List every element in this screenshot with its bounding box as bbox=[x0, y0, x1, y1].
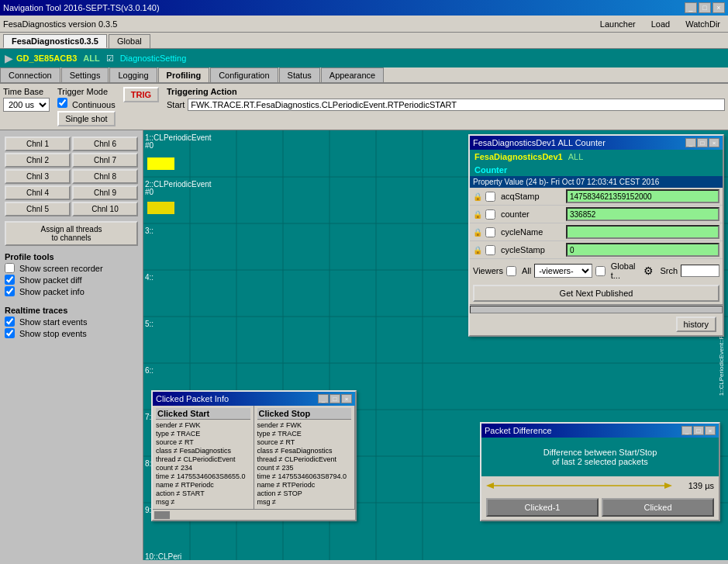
tab-settings[interactable]: Settings bbox=[61, 67, 109, 82]
clicked-start-col: Clicked Start sender ≠ FWK type ≠ TRACE … bbox=[153, 406, 254, 509]
tab-logging[interactable]: Logging bbox=[109, 67, 157, 82]
diff-description: Difference between Start/Stop of last 2 … bbox=[481, 438, 719, 476]
diff-close[interactable]: × bbox=[705, 426, 716, 435]
cyclestamp-checkbox[interactable] bbox=[485, 245, 495, 255]
channel-5-btn[interactable]: Chnl 5 bbox=[5, 202, 71, 216]
start-label: Start bbox=[167, 100, 185, 109]
packet-diff-window: Packet Difference _ □ × Difference betwe… bbox=[480, 422, 720, 521]
watchdir-menu[interactable]: WatchDir bbox=[681, 18, 725, 30]
maximize-button[interactable]: □ bbox=[699, 2, 711, 13]
profile-tools: Profile tools Show screen recorder Show … bbox=[3, 247, 140, 301]
launcher-menu[interactable]: Launcher bbox=[595, 18, 640, 30]
gear-icon[interactable]: ⚙ bbox=[643, 265, 654, 277]
diff-buttons: Clicked-1 Clicked bbox=[481, 495, 719, 520]
counter-minimize[interactable]: _ bbox=[685, 138, 696, 147]
show-start-events-checkbox[interactable]: Show start events bbox=[5, 317, 138, 327]
clicked-minus-1-button[interactable]: Clicked-1 bbox=[486, 498, 599, 517]
tab-fesa[interactable]: FesaDiagnostics0.3.5 bbox=[3, 34, 107, 48]
diff-maximize[interactable]: □ bbox=[693, 426, 704, 435]
get-next-published-button[interactable]: Get Next Published bbox=[473, 285, 719, 302]
counter-close[interactable]: × bbox=[709, 138, 719, 147]
time-base-select[interactable]: 200 us bbox=[3, 98, 50, 112]
packet-close[interactable]: × bbox=[341, 394, 352, 403]
show-packet-info-checkbox[interactable]: Show packet info bbox=[5, 286, 138, 296]
acqstamp-checkbox[interactable] bbox=[485, 192, 495, 202]
svg-marker-15 bbox=[664, 483, 672, 489]
acqstamp-input[interactable] bbox=[566, 189, 719, 203]
app-version-label: FesaDiagnostics version 0.3.5 bbox=[3, 19, 117, 29]
row-2-label: 2::CLPeriodicEvent bbox=[145, 180, 212, 189]
scroll-track[interactable] bbox=[470, 306, 723, 313]
counter-device: FesaDiagnosticsDev1 bbox=[474, 152, 563, 161]
clicked-start-header: Clicked Start bbox=[156, 408, 250, 420]
continuous-checkbox[interactable]: Continuous bbox=[57, 98, 116, 109]
main-container: ▶ GD_3E85ACB3 ALL ☑ DiagnosticSetting Co… bbox=[0, 49, 728, 560]
diff-title: Packet Difference bbox=[485, 426, 552, 435]
scale-value: 139 µs bbox=[688, 481, 714, 490]
viewers-label: Viewers bbox=[473, 266, 503, 275]
counter-input[interactable] bbox=[566, 207, 719, 221]
channel-4-btn[interactable]: Chnl 4 bbox=[5, 185, 71, 200]
collapse-icon[interactable]: ▶ bbox=[5, 52, 13, 64]
property-row-cyclename: 🔒 cycleName bbox=[470, 223, 723, 241]
trigger-mode-group: Trigger Mode Continuous Single shot bbox=[57, 87, 116, 126]
counter-subtab[interactable]: Counter bbox=[474, 165, 507, 175]
counter-title: FesaDiagnosticsDev1 ALL Counter bbox=[473, 138, 606, 147]
tab-configuration[interactable]: Configuration bbox=[210, 67, 278, 82]
assign-all-threads-button[interactable]: Assign all threadsto channels bbox=[5, 221, 138, 246]
close-button[interactable]: × bbox=[712, 2, 725, 13]
packet-scroll[interactable] bbox=[153, 509, 355, 520]
channel-9-btn[interactable]: Chnl 9 bbox=[72, 185, 138, 200]
time-base-label: Time Base bbox=[3, 87, 50, 96]
history-button[interactable]: history bbox=[676, 317, 716, 332]
viewers-select[interactable]: -viewers- bbox=[534, 264, 592, 278]
minimize-button[interactable]: _ bbox=[685, 2, 697, 13]
tab-connection[interactable]: Connection bbox=[0, 67, 60, 82]
property-row-acqstamp: 🔒 acqStamp bbox=[470, 188, 723, 206]
tab-global[interactable]: Global bbox=[109, 34, 150, 48]
counter-maximize[interactable]: □ bbox=[697, 138, 708, 147]
show-screen-recorder-checkbox[interactable]: Show screen recorder bbox=[5, 263, 138, 273]
counter-title-bar: FesaDiagnosticsDev1 ALL Counter _ □ × bbox=[470, 136, 723, 150]
clicked-stop-header: Clicked Stop bbox=[257, 408, 352, 420]
device-header: ▶ GD_3E85ACB3 ALL ☑ DiagnosticSetting bbox=[0, 49, 728, 67]
start-input[interactable] bbox=[188, 99, 725, 111]
content-area: Chnl 1 Chnl 6 Chnl 2 Chnl 7 Chnl 3 Chnl … bbox=[0, 130, 728, 560]
packet-maximize[interactable]: □ bbox=[329, 394, 340, 403]
load-menu[interactable]: Load bbox=[647, 18, 675, 30]
trig-button[interactable]: TRIG bbox=[123, 87, 159, 102]
cyclename-input[interactable] bbox=[566, 225, 719, 239]
show-packet-diff-checkbox[interactable]: Show packet diff bbox=[5, 275, 138, 285]
diff-title-buttons: _ □ × bbox=[681, 426, 716, 435]
cyclename-label: cycleName bbox=[501, 227, 563, 237]
clicked-button[interactable]: Clicked bbox=[602, 498, 714, 517]
all-checkbox[interactable] bbox=[506, 266, 516, 276]
packet-minimize[interactable]: _ bbox=[318, 394, 329, 403]
show-stop-events-checkbox[interactable]: Show stop events bbox=[5, 328, 138, 338]
device-checkbox[interactable]: ☑ bbox=[106, 54, 114, 64]
channel-2-btn[interactable]: Chnl 2 bbox=[5, 153, 71, 168]
cyclename-checkbox[interactable] bbox=[485, 227, 495, 237]
viewers-row: Viewers All -viewers- Global t... ⚙ Srch bbox=[470, 259, 723, 282]
inner-tabs: Connection Settings Logging Profiling Co… bbox=[0, 67, 728, 84]
acqstamp-label: acqStamp bbox=[501, 192, 563, 201]
tab-appearance[interactable]: Appearance bbox=[321, 67, 384, 82]
tab-profiling[interactable]: Profiling bbox=[158, 67, 210, 82]
srch-input[interactable] bbox=[681, 265, 719, 277]
channel-7-btn[interactable]: Chnl 7 bbox=[72, 153, 138, 168]
channel-3-btn[interactable]: Chnl 3 bbox=[5, 169, 71, 184]
tab-status[interactable]: Status bbox=[279, 67, 320, 82]
channel-1-btn[interactable]: Chnl 1 bbox=[5, 137, 71, 151]
counter-title-buttons: _ □ × bbox=[685, 138, 719, 147]
single-shot-button[interactable]: Single shot bbox=[57, 111, 116, 126]
channel-10-btn[interactable]: Chnl 10 bbox=[72, 202, 138, 216]
channel-grid: Chnl 1 Chnl 6 Chnl 2 Chnl 7 Chnl 3 Chnl … bbox=[3, 133, 140, 220]
counter-checkbox[interactable] bbox=[485, 209, 495, 220]
diff-minimize[interactable]: _ bbox=[681, 426, 692, 435]
cyclestamp-input[interactable] bbox=[566, 243, 719, 257]
property-header: Property Value (24 b)- Fri Oct 07 12:03:… bbox=[470, 176, 723, 188]
channel-8-btn[interactable]: Chnl 8 bbox=[72, 169, 138, 184]
channel-6-btn[interactable]: Chnl 6 bbox=[72, 137, 138, 151]
global-t-checkbox[interactable] bbox=[595, 266, 606, 276]
packet-scroll-thumb[interactable] bbox=[154, 511, 170, 519]
